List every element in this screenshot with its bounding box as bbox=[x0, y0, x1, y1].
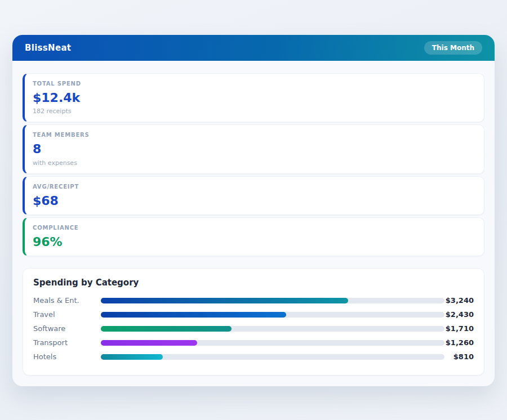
stat-value: 96% bbox=[33, 235, 476, 249]
bar-value: $810 bbox=[444, 352, 474, 361]
bar-fill bbox=[101, 340, 197, 346]
stat-card-compliance: COMPLIANCE 96% bbox=[23, 217, 484, 256]
stat-card-team-members: TEAM MEMBERS 8 with expenses bbox=[23, 124, 484, 173]
bar-value: $3,240 bbox=[444, 296, 474, 305]
period-badge[interactable]: This Month bbox=[424, 41, 482, 55]
bar-fill bbox=[101, 354, 163, 360]
stat-label: COMPLIANCE bbox=[33, 225, 476, 231]
chart-title: Spending by Category bbox=[33, 278, 474, 288]
stat-value: 8 bbox=[33, 142, 476, 156]
stat-label: TOTAL SPEND bbox=[33, 81, 476, 87]
chart-row: Hotels $810 bbox=[33, 350, 474, 364]
stat-card-total-spend: TOTAL SPEND $12.4k 182 receipts bbox=[23, 73, 484, 122]
chart-row: Travel $2,430 bbox=[33, 307, 474, 321]
category-label: Software bbox=[33, 324, 101, 333]
bar-value: $2,430 bbox=[444, 310, 474, 319]
chart-row: Transport $1,260 bbox=[33, 336, 474, 350]
bar-track bbox=[101, 298, 444, 303]
stat-label: AVG/RECEIPT bbox=[33, 184, 476, 190]
dashboard-panel: BlissNeat This Month TOTAL SPEND $12.4k … bbox=[12, 35, 495, 386]
chart-row: Software $1,710 bbox=[33, 321, 474, 336]
stat-value: $12.4k bbox=[33, 91, 476, 105]
bar-value: $1,710 bbox=[444, 324, 474, 333]
bar-track bbox=[101, 326, 444, 332]
category-label: Hotels bbox=[33, 352, 101, 361]
stat-value: $68 bbox=[33, 194, 476, 208]
bar-track bbox=[101, 312, 444, 318]
chart-rows: Meals & Ent. $3,240 Travel $2,430 Softwa… bbox=[33, 293, 474, 364]
category-label: Travel bbox=[33, 310, 101, 319]
bar-fill bbox=[101, 298, 348, 303]
bar-track bbox=[101, 340, 444, 346]
bar-value: $1,260 bbox=[444, 338, 474, 347]
bar-fill bbox=[101, 326, 232, 332]
bar-fill bbox=[101, 312, 286, 318]
bar-track bbox=[101, 354, 444, 360]
chart-row: Meals & Ent. $3,240 bbox=[33, 293, 474, 307]
app-header: BlissNeat This Month bbox=[12, 35, 495, 61]
app-title: BlissNeat bbox=[25, 43, 71, 53]
dashboard-content: TOTAL SPEND $12.4k 182 receipts TEAM MEM… bbox=[12, 61, 495, 376]
stat-card-avg-receipt: AVG/RECEIPT $68 bbox=[23, 176, 484, 215]
category-label: Transport bbox=[33, 338, 101, 347]
stat-caption: 182 receipts bbox=[33, 108, 476, 115]
category-label: Meals & Ent. bbox=[33, 296, 101, 305]
spending-chart-card: Spending by Category Meals & Ent. $3,240… bbox=[23, 268, 484, 376]
stat-caption: with expenses bbox=[33, 159, 476, 167]
stat-label: TEAM MEMBERS bbox=[33, 132, 476, 138]
